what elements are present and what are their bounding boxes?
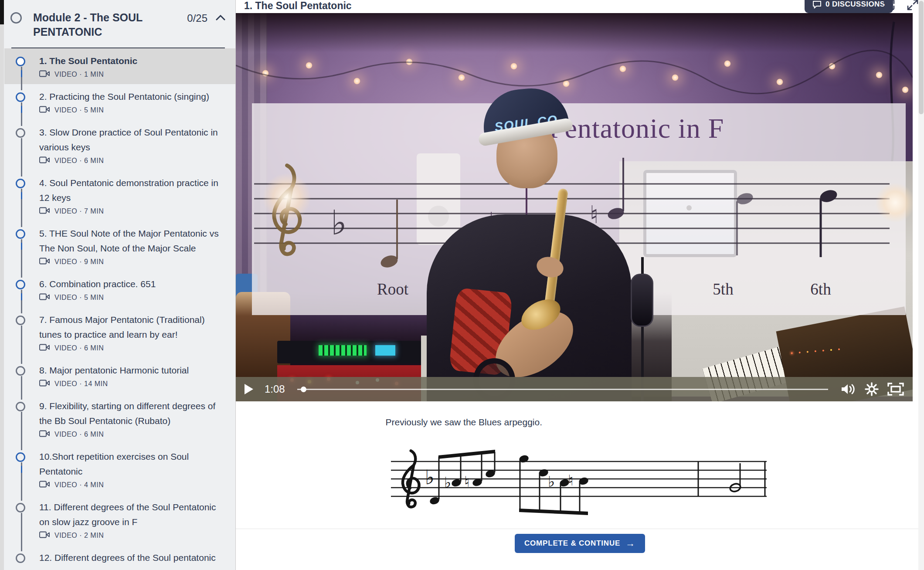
lesson-status-circle	[16, 553, 25, 563]
lesson-title: 1. The Soul Pentatonic	[39, 54, 225, 68]
lesson-item[interactable]: 11. Different degrees of the Soul Pentat…	[4, 495, 235, 545]
progress-bar[interactable]	[297, 389, 828, 390]
arrow-right-icon: →	[625, 538, 635, 549]
note-label-6th: 6th	[810, 280, 831, 299]
lesson-meta-text: VIDEO · 1 MIN	[54, 71, 104, 78]
module-header[interactable]: Module 2 - The SOUL PENTATONIC 0/25	[4, 0, 235, 43]
light-bulb	[306, 62, 313, 69]
lesson-progress-rail	[4, 363, 39, 388]
lesson-meta: VIDEO · 4 MIN	[39, 481, 225, 489]
video-camera-icon	[39, 156, 50, 165]
play-button[interactable]	[245, 384, 253, 394]
lesson-title: 11. Different degrees of the Soul Pentat…	[39, 500, 225, 529]
lesson-item[interactable]: 5. THE Soul Note of the Major Pentatonic…	[4, 221, 235, 271]
studio-microphone	[631, 274, 653, 327]
sidebar-scrollbar[interactable]	[0, 0, 4, 570]
note-label-5th: 5th	[713, 280, 733, 299]
lesson-meta-text: VIDEO · 6 MIN	[54, 157, 104, 165]
complete-continue-label: COMPLETE & CONTINUE	[524, 539, 620, 548]
curriculum-sidebar: Module 2 - The SOUL PENTATONIC 0/25 1. T…	[0, 0, 236, 570]
light-bulb	[776, 78, 783, 85]
lesson-title: 2. Practicing the Soul Pentatonic (singi…	[39, 89, 225, 104]
lesson-status-circle	[16, 452, 25, 462]
light-bulb	[724, 60, 731, 67]
lesson-progress-rail	[4, 176, 39, 216]
progress-scrubber[interactable]	[301, 387, 306, 392]
lesson-paragraph: Previously we saw the Blues arpeggio.	[384, 417, 776, 428]
lesson-item[interactable]: 12. Different degrees of the Soul pentat…	[4, 545, 235, 570]
lesson-progress-tick	[21, 243, 22, 250]
video-camera-icon	[39, 258, 50, 266]
light-bulb	[262, 70, 269, 77]
lesson-title: 4. Soul Pentatonic demonstration practic…	[39, 176, 225, 205]
light-bulb	[458, 74, 465, 81]
lesson-meta: VIDEO · 6 MIN	[39, 430, 225, 439]
module-title: Module 2 - The SOUL PENTATONIC	[33, 10, 183, 39]
lesson-meta: VIDEO · 7 MIN	[39, 207, 225, 216]
lesson-status-circle	[16, 402, 25, 411]
lesson-title: 5. THE Soul Note of the Major Pentatonic…	[39, 226, 225, 256]
lesson-progress-rail	[4, 312, 39, 353]
fullscreen-icon[interactable]	[887, 383, 904, 396]
discussions-button[interactable]: 0 DISCUSSIONS	[805, 0, 893, 13]
page-title: 1. The Soul Pentatonic	[244, 0, 352, 12]
video-camera-icon	[39, 380, 50, 388]
lesson-item[interactable]: 3. Slow Drone practice of Soul Pentatoni…	[4, 120, 235, 170]
lesson-progress-rail	[4, 550, 39, 565]
lesson-status-circle	[16, 229, 25, 239]
video-camera-icon	[39, 481, 50, 489]
lesson-item[interactable]: 2. Practicing the Soul Pentatonic (singi…	[4, 84, 235, 120]
blues-arpeggio-sheet-music: ♭ ♭ ♮ ♭ ♮	[391, 441, 770, 519]
lesson-status-circle	[16, 92, 25, 102]
lesson-title: 3. Slow Drone practice of Soul Pentatoni…	[39, 125, 225, 155]
lesson-meta-text: VIDEO · 5 MIN	[54, 294, 104, 302]
light-flare	[263, 173, 311, 221]
chat-bubble-icon	[812, 0, 822, 9]
lesson-body: Previously we saw the Blues arpeggio. ♭ …	[384, 417, 776, 519]
lesson-progress-tick	[21, 70, 22, 77]
lesson-title: 12. Different degrees of the Soul pentat…	[39, 550, 225, 565]
lesson-meta: VIDEO · 9 MIN	[39, 258, 225, 266]
lesson-list: 1. The Soul Pentatonic VIDEO · 1 MIN 2. …	[4, 48, 235, 570]
main-content: 1. The Soul Pentatonic 0 DISCUSSIONS	[236, 0, 924, 570]
lesson-item[interactable]: 6. Combination practice. 651 VIDEO · 5 M…	[4, 271, 235, 307]
page-scrollbar[interactable]	[918, 0, 924, 570]
lesson-progress-rail	[4, 277, 39, 302]
download-notes-icon[interactable]	[882, 0, 896, 13]
lesson-meta-text: VIDEO · 2 MIN	[54, 532, 104, 539]
module-progress-count: 0/25	[187, 12, 207, 24]
light-bulb	[829, 63, 836, 70]
lesson-item[interactable]: 7. Famous Major Pentatonic (Traditional)…	[4, 307, 235, 358]
svg-text:♮: ♮	[464, 473, 469, 490]
video-camera-icon	[39, 106, 50, 115]
lesson-progress-rail	[4, 54, 39, 79]
lesson-meta-text: VIDEO · 6 MIN	[54, 431, 104, 438]
lesson-progress-tick	[21, 293, 22, 300]
expand-arrows-icon[interactable]	[906, 0, 920, 13]
lesson-item[interactable]: 8. Major pentatonic Harmonic tutorial VI…	[4, 358, 235, 394]
lesson-item[interactable]: 10.Short repetition exercises on Soul Pe…	[4, 444, 235, 495]
lesson-title: 9. Flexibility, starting on different de…	[39, 399, 225, 428]
lesson-item[interactable]: 9. Flexibility, starting on different de…	[4, 394, 235, 444]
lesson-title: 8. Major pentatonic Harmonic tutorial	[39, 363, 225, 378]
lesson-meta-text: VIDEO · 14 MIN	[54, 380, 108, 388]
lesson-meta-text: VIDEO · 5 MIN	[54, 106, 104, 114]
video-player[interactable]: ♭ ♭ ♮	[236, 13, 913, 401]
lesson-progress-rail	[4, 449, 39, 489]
lesson-meta: VIDEO · 6 MIN	[39, 344, 225, 353]
sidebar-scrollbar-thumb[interactable]	[0, 0, 4, 24]
light-flare	[876, 183, 913, 222]
lesson-progress-tick	[21, 106, 22, 113]
page-scrollbar-thumb[interactable]	[919, 1, 924, 114]
video-camera-icon	[39, 344, 50, 353]
lesson-meta-text: VIDEO · 7 MIN	[54, 207, 104, 215]
lesson-item[interactable]: 1. The Soul Pentatonic VIDEO · 1 MIN	[4, 48, 235, 84]
chevron-up-icon[interactable]	[215, 14, 226, 23]
complete-continue-button[interactable]: COMPLETE & CONTINUE →	[515, 534, 645, 553]
light-bulb	[406, 58, 413, 65]
volume-icon[interactable]	[840, 383, 856, 396]
lesson-status-circle	[16, 280, 25, 289]
settings-gear-icon[interactable]	[865, 382, 879, 396]
lesson-item[interactable]: 4. Soul Pentatonic demonstration practic…	[4, 170, 235, 221]
lesson-title: 7. Famous Major Pentatonic (Traditional)…	[39, 312, 225, 342]
